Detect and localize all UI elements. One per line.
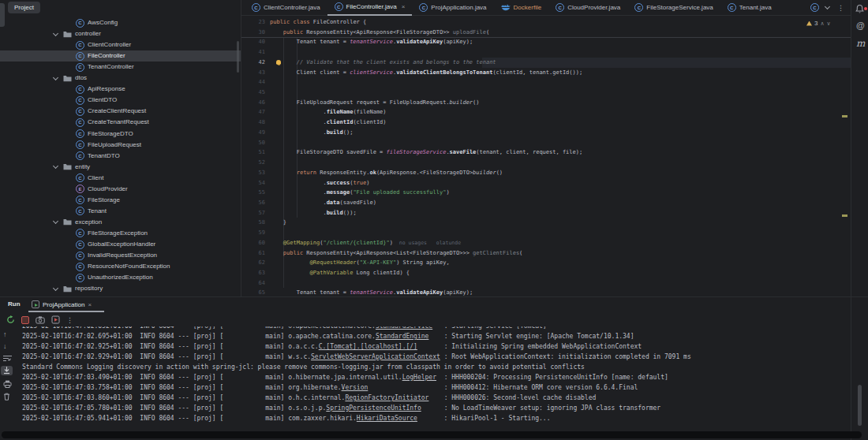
code-line-43[interactable]: Client client = clientService.validateCl…	[270, 68, 582, 78]
code-line-65[interactable]: Tenant tenant = tenantService.validateAp…	[270, 288, 473, 296]
tree-item-tenant[interactable]: CTenant	[0, 206, 241, 217]
log-line[interactable]: Standard Commons Logging discovery in ac…	[22, 362, 585, 372]
code-line-60[interactable]: @GetMapping("/client/{clientId}") no usa…	[270, 238, 461, 248]
project-tool-window-button[interactable]: Project	[8, 2, 40, 13]
scroll-to-end-icon[interactable]	[1, 366, 13, 375]
tree-item-repository[interactable]: repository	[0, 283, 241, 294]
tree-item-resourcenotfoundexception[interactable]: CResourceNotFoundException	[0, 261, 241, 272]
soft-wrap-icon[interactable]	[3, 355, 12, 362]
tree-item-invalidrequestexception[interactable]: CInvalidRequestException	[0, 250, 241, 261]
tree-item-filestorage[interactable]: CFileStorage	[0, 195, 241, 206]
up-stack-icon[interactable]: ↑	[3, 330, 7, 338]
notifications-bell-icon[interactable]	[855, 4, 865, 14]
tree-item-filecontroller[interactable]: CFileController	[0, 50, 241, 62]
run-console-output[interactable]: 2025-02-10T16:47:02.652+01:00 INFO 8604 …	[21, 326, 855, 431]
tree-item-filestoragedto[interactable]: CFileStorageDTO	[0, 129, 241, 140]
maven-icon[interactable]: m	[856, 38, 865, 49]
tree-item-tenantcontroller[interactable]: CTenantController	[0, 62, 241, 73]
warning-stripe-mark[interactable]	[842, 115, 847, 117]
close-icon[interactable]: ×	[88, 301, 92, 308]
editor-tab-filestorageservice-java[interactable]: CFileStorageService.java	[627, 0, 720, 16]
thread-dump-icon[interactable]	[36, 316, 45, 324]
print-icon[interactable]	[3, 380, 12, 388]
stop-icon[interactable]	[21, 316, 29, 324]
editor-tab-clientcontroller-java[interactable]: CClientController.java	[245, 0, 327, 16]
tree-item-createtenantrequest[interactable]: CCreateTenantRequest	[0, 117, 241, 128]
chevron-down-icon[interactable]	[53, 75, 58, 80]
log-line[interactable]: 2025-02-10T16:47:03.490+01:00 INFO 8604 …	[22, 372, 668, 382]
log-line[interactable]: 2025-02-10T16:47:02.925+01:00 INFO 8604 …	[22, 341, 642, 352]
code-line-48[interactable]: .clientId(clientId)	[270, 117, 387, 128]
next-warning-icon[interactable]: ∨	[827, 21, 831, 27]
log-line[interactable]: 2025-02-10T16:47:03.860+01:00 INFO 8604 …	[22, 393, 596, 403]
more-icon[interactable]: ⋮	[837, 4, 844, 12]
tree-item-exception[interactable]: exception	[0, 217, 241, 228]
chevron-down-icon[interactable]	[53, 31, 58, 36]
code-line-42[interactable]: // Validate that the client exists and b…	[270, 58, 496, 68]
log-line[interactable]: 2025-02-10T16:47:02.695+01:00 INFO 8604 …	[22, 331, 634, 341]
code-line-58[interactable]: }	[270, 218, 286, 228]
code-line-46[interactable]: FileUploadRequest request = FileUploadRe…	[270, 98, 480, 108]
editor-tab-filecontroller-java[interactable]: CFileController.java×	[327, 0, 413, 16]
tree-item-label: FileController	[88, 50, 125, 62]
tree-item-createclientrequest[interactable]: CCreateClientRequest	[0, 106, 241, 117]
code-line-61[interactable]: public ResponseEntity<ApiResponse<List<F…	[270, 248, 522, 259]
tree-item-awsconfig[interactable]: CAwsConfig	[0, 17, 241, 28]
prev-warning-icon[interactable]: ∧	[820, 21, 824, 27]
inspection-widget[interactable]: 3 ∧ ∨	[806, 20, 831, 27]
tree-item-client[interactable]: CClient	[0, 173, 241, 184]
tree-item-dtos[interactable]: dtos	[0, 73, 241, 84]
code-line-49[interactable]: .build();	[270, 128, 353, 138]
warning-stripe-mark[interactable]	[842, 214, 847, 217]
code-line-62[interactable]: @RequestHeader("X-API-KEY") String apiKe…	[270, 258, 450, 268]
console-scrollbar-thumb[interactable]	[858, 385, 862, 426]
chevron-down-icon[interactable]	[53, 285, 58, 291]
hidden-tab-class-icon[interactable]: C	[810, 3, 819, 12]
tree-item-apiresponse[interactable]: CApiResponse	[0, 84, 241, 95]
intention-bulb-icon[interactable]	[276, 60, 281, 65]
detach-icon[interactable]	[51, 315, 60, 324]
chevron-down-icon[interactable]	[825, 4, 830, 9]
tree-item-clientcontroller[interactable]: CClientController	[0, 39, 241, 50]
tree-item-tenantdto[interactable]: CTenantDTO	[0, 151, 241, 162]
code-line-54[interactable]: .success(true)	[270, 178, 369, 188]
ai-assistant-icon[interactable]: @	[856, 21, 865, 30]
editor-tab-projapplication-java[interactable]: CProjApplication.java	[412, 0, 493, 16]
tree-item-unauthorizedexception[interactable]: CUnauthorizedException	[0, 272, 241, 283]
chevron-down-icon[interactable]	[53, 218, 58, 224]
clear-all-icon[interactable]	[3, 393, 10, 401]
code-editor[interactable]: 23public class FileController {30 public…	[241, 16, 851, 296]
code-line-51[interactable]: FileStorageDTO savedFile = fileStorageSe…	[270, 147, 582, 158]
more-icon[interactable]: ⋮	[66, 316, 73, 324]
editor-tab-tenant-java[interactable]: CTenant.java	[720, 0, 779, 16]
rerun-icon[interactable]	[6, 315, 15, 324]
chevron-down-icon[interactable]	[53, 163, 58, 169]
code-line-55[interactable]: .message("File uploaded successfully")	[270, 188, 450, 198]
tree-item-filestorageexception[interactable]: CFileStorageException	[0, 228, 241, 239]
log-line[interactable]: 2025-02-10T16:47:05.941+01:00 INFO 8604 …	[22, 413, 550, 423]
code-line-53[interactable]: return ResponseEntity.ok(ApiResponse.<Fi…	[270, 168, 503, 178]
tree-item-globalexceptionhandler[interactable]: CGlobalExceptionHandler	[0, 239, 241, 250]
tree-item-clientdto[interactable]: CClientDTO	[0, 95, 241, 106]
close-icon[interactable]: ×	[402, 3, 406, 10]
tree-item-entity[interactable]: entity	[0, 162, 241, 173]
tree-item-cloudprovider[interactable]: ECloudProvider	[0, 184, 241, 195]
log-line[interactable]: 2025-02-10T16:47:03.758+01:00 INFO 8604 …	[22, 382, 638, 393]
log-line[interactable]: 2025-02-10T16:47:02.929+01:00 INFO 8604 …	[22, 352, 691, 362]
editor-tab-dockerfile[interactable]: Dockerfile	[494, 0, 549, 16]
code-line-23[interactable]: public class FileController {	[270, 17, 366, 28]
code-line-57[interactable]: .build());	[270, 208, 357, 218]
horizontal-scrollbar[interactable]	[2, 431, 862, 438]
tree-item-controller[interactable]: controller	[0, 28, 241, 39]
code-line-30[interactable]: public ResponseEntity<ApiResponse<FileSt…	[270, 28, 489, 38]
tree-scrollbar-thumb[interactable]	[237, 41, 239, 73]
log-line[interactable]: 2025-02-10T16:47:05.780+01:00 INFO 8604 …	[22, 403, 660, 413]
down-stack-icon[interactable]: ↓	[3, 342, 7, 350]
code-line-47[interactable]: .fileName(fileName)	[270, 107, 387, 117]
editor-tab-cloudprovider-java[interactable]: CCloudProvider.java	[548, 0, 627, 16]
tree-item-fileuploadrequest[interactable]: CFileUploadRequest	[0, 140, 241, 151]
run-tab-projapplication[interactable]: ProjApplication ×	[28, 298, 95, 311]
code-line-56[interactable]: .data(savedFile)	[270, 198, 376, 208]
code-line-40[interactable]: Tenant tenant = tenantService.validateAp…	[270, 37, 473, 47]
code-line-63[interactable]: @PathVariable Long clientId) {	[270, 268, 410, 278]
